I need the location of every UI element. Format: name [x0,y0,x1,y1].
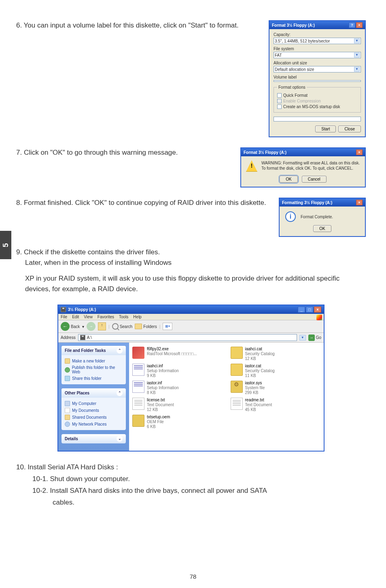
file-item[interactable]: iastor.catSecurity Catalog11 KB [231,364,321,378]
warning-text: WARNING: Formatting will erase ALL data … [261,160,360,171]
ok-button[interactable]: OK [313,225,331,232]
sidebar-item-my-documents[interactable]: My Documents [65,407,123,414]
file-name: iaahci.cat [245,347,275,352]
chevron-down-icon[interactable]: ▼ [354,67,360,72]
sidebar-item-my-computer[interactable]: My Computer [65,400,123,407]
file-item[interactable]: txtsetup.oemOEM File6 KB [132,415,223,429]
close-button[interactable]: Close [338,126,361,132]
sidebar-item-share[interactable]: Share this folder [65,375,123,382]
folders-button[interactable]: Folders [135,324,157,329]
collapse-icon[interactable]: ⌃ [117,390,123,396]
file-desc: RaidTool Microsoft □□□□□... [147,352,197,356]
chevron-down-icon[interactable]: ▼ [354,53,360,58]
collapse-icon[interactable]: ⌃ [117,347,123,354]
menu-help[interactable]: Help [133,315,142,319]
explorer-sidebar: File and Folder Tasks ⌃ Make a new folde… [58,343,129,451]
file-icon [132,347,144,359]
volume-label-input[interactable] [274,80,361,82]
checkbox-icon[interactable] [277,93,282,98]
menu-file[interactable]: File [61,315,67,319]
step-9-text: 9. Check if the diskette contains the dr… [16,247,366,294]
go-icon: → [308,334,315,341]
file-size: 299 KB [245,390,265,395]
file-item[interactable]: f6flpy32.exeRaidTool Microsoft □□□□□... [132,347,223,361]
start-button[interactable]: Start [315,126,336,132]
allocation-label: Allocation unit size [274,61,361,65]
sidebar-item-new-folder[interactable]: Make a new folder [65,358,123,364]
cancel-button[interactable]: Cancel [302,176,327,183]
file-list: f6flpy32.exeRaidTool Microsoft □□□□□...i… [129,343,324,451]
close-icon[interactable]: × [314,307,321,313]
dialog-titlebar[interactable]: Format 3½ Floppy (A:) × [241,148,365,156]
panel-header[interactable]: Details ⌄ [62,434,126,443]
maximize-button[interactable]: □ [306,307,313,313]
step-10: 10. Install Serial ATA Hard Disks : 10-1… [16,462,366,509]
file-item[interactable]: iastor.sysSystem file299 KB [231,381,321,395]
quick-format-checkbox[interactable]: Quick Format [277,93,357,98]
close-icon[interactable]: × [356,22,363,28]
back-icon: ← [61,322,70,331]
file-name: iaahci.inf [147,364,179,369]
file-desc: Text Document [245,403,272,407]
menu-edit[interactable]: Edit [72,315,79,319]
file-icon [132,398,144,410]
sidebar-item-network-places[interactable]: My Network Places [65,421,123,428]
file-icon [132,381,144,393]
expand-icon[interactable]: ⌄ [117,436,123,442]
views-button[interactable]: ▦▾ [163,323,172,330]
sidebar-item-shared-docs[interactable]: Shared Documents [65,414,123,421]
file-icon [231,381,243,393]
checkbox-icon[interactable] [277,104,282,109]
file-icon [231,364,243,376]
minimize-button[interactable]: _ [298,307,305,313]
details-panel: Details ⌄ [62,434,126,443]
window-titlebar[interactable]: 3½ Floppy (A:) _ □ × [58,305,324,314]
dialog-titlebar[interactable]: Format 3½ Floppy (A:) ? × [269,21,365,29]
folders-icon [135,324,142,329]
file-item[interactable]: readme.txtText Document45 KB [231,398,321,412]
ok-button[interactable]: OK [280,176,297,183]
menu-tools[interactable]: Tools [119,315,128,319]
panel-header[interactable]: File and Folder Tasks ⌃ [62,346,126,355]
file-item[interactable]: iaahci.catSecurity Catalog12 KB [231,347,321,361]
explorer-window: 3½ Floppy (A:) _ □ × File Edit View Favo… [57,305,324,452]
dialog-title: Format 3½ Floppy (A:) [272,23,315,28]
menu-favorites[interactable]: Favorites [98,315,114,319]
file-size: 45 KB [245,407,272,412]
dialog-title: Format 3½ Floppy (A:) [244,150,286,155]
go-button[interactable]: → Go [308,334,321,341]
sidebar-item-publish[interactable]: Publish this folder to the Web [65,364,123,375]
share-icon [65,376,70,381]
dialog-title: Formatting 3½ Floppy (A:) [282,200,332,205]
warning-dialog: Format 3½ Floppy (A:) × WARNING: Formatt… [240,147,366,187]
close-icon[interactable]: × [356,149,363,155]
file-item[interactable]: iastor.infSetup Information8 KB [132,381,223,395]
computer-icon [65,401,70,406]
search-icon [112,323,119,330]
file-size: 11 KB [245,373,275,378]
windows-logo-icon [316,315,322,320]
help-button[interactable]: ? [349,22,355,28]
format-options-group: Format options Quick Format Enable Compr… [274,85,361,113]
forward-button[interactable]: → [87,322,95,331]
file-item[interactable]: license.txtText Document12 KB [132,398,223,412]
step-8-text: 8. Format finished. Click "OK" to contin… [16,198,269,208]
capacity-dropdown[interactable]: 3.5", 1.44MB, 512 bytes/sector ▼ [274,38,361,44]
dialog-titlebar[interactable]: Formatting 3½ Floppy (A:) × [280,198,365,207]
up-button[interactable]: ↑ [98,322,106,330]
search-button[interactable]: Search [112,323,133,330]
floppy-icon [80,335,85,340]
publish-icon [65,367,70,373]
chevron-down-icon[interactable]: ▼ [354,38,360,43]
file-desc: Security Catalog [245,369,275,373]
allocation-dropdown[interactable]: Default allocation size ▼ [274,66,361,72]
panel-header[interactable]: Other Places ⌃ [62,388,126,398]
msdos-startup-checkbox[interactable]: Create an MS-DOS startup disk [277,104,357,109]
address-dropdown[interactable]: ▼ [299,335,306,341]
back-button[interactable]: ← Back ▾ [61,322,84,331]
close-icon[interactable]: × [356,200,363,205]
filesystem-dropdown[interactable]: FAT ▼ [274,52,361,58]
file-item[interactable]: iaahci.infSetup Information9 KB [132,364,223,378]
address-field[interactable]: A:\ [78,334,297,341]
menu-view[interactable]: View [84,315,93,319]
